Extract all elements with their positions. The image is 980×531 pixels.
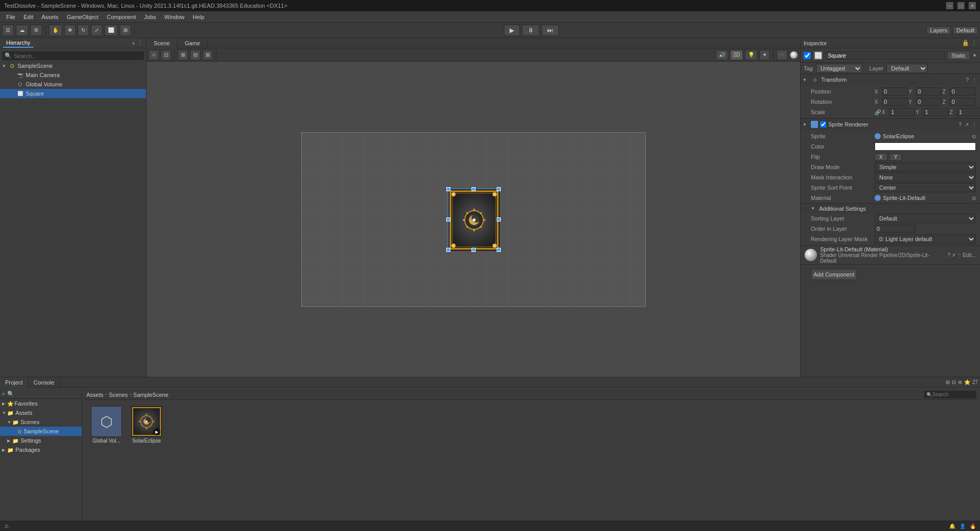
- static-dropdown-arrow[interactable]: ▼: [972, 53, 977, 58]
- material-link-icon[interactable]: ⊙: [972, 195, 976, 201]
- minimize-button[interactable]: ─: [946, 2, 953, 9]
- transform-help-btn[interactable]: ?: [965, 77, 970, 83]
- game-tab[interactable]: Game: [177, 38, 208, 48]
- rotation-y-input[interactable]: [916, 98, 941, 106]
- inspector-menu-btn[interactable]: ⋮: [971, 40, 977, 46]
- project-tab[interactable]: Project: [0, 377, 28, 388]
- assets-search-input[interactable]: [932, 392, 973, 397]
- hierarchy-item-samplescene[interactable]: ▼ ⊙ SampleScene: [0, 61, 146, 70]
- layers-dropdown[interactable]: Layers: [927, 26, 951, 34]
- layer-select[interactable]: Default: [886, 64, 928, 73]
- tree-packages[interactable]: ▶ 📁 Packages: [0, 445, 82, 454]
- edit-shader-btn[interactable]: Edit...: [963, 252, 976, 258]
- scene-tab[interactable]: Scene: [147, 38, 177, 48]
- rotation-z-input[interactable]: [950, 98, 975, 106]
- sprite-renderer-header[interactable]: ▼ Sprite Renderer ? ↗ ⋮: [801, 119, 980, 130]
- console-tab[interactable]: Console: [28, 377, 60, 388]
- close-button[interactable]: ✕: [969, 2, 976, 9]
- sprite-renderer-extra-btn[interactable]: ↗: [964, 122, 970, 127]
- tree-settings[interactable]: ▶ 📁 Settings: [0, 436, 82, 445]
- order-in-layer-input[interactable]: [875, 225, 916, 233]
- bottom-icon1[interactable]: ⊞: [946, 379, 950, 385]
- hierarchy-item-maincamera[interactable]: 📷 Main Camera: [0, 70, 146, 80]
- material-help-btn[interactable]: ?: [948, 252, 951, 258]
- asset-global-volume[interactable]: ⬡ Global Vol...: [88, 404, 124, 446]
- handle-bottom-mid[interactable]: [471, 248, 476, 252]
- position-z-input[interactable]: [950, 87, 975, 96]
- add-component-button[interactable]: Add Component: [811, 269, 857, 280]
- breadcrumb-scenes[interactable]: Scenes: [109, 392, 128, 398]
- breadcrumb-samplescene[interactable]: SampleScene: [133, 392, 169, 398]
- default-dropdown[interactable]: Default: [953, 26, 978, 34]
- static-button[interactable]: Static: [947, 51, 971, 60]
- scene-2d-btn[interactable]: 2D: [730, 50, 743, 60]
- menu-help[interactable]: Help: [189, 13, 209, 21]
- asset-solareclipse[interactable]: ▶ SolarEclipse: [129, 404, 165, 446]
- hierarchy-search-input[interactable]: [14, 53, 141, 59]
- toolbar-rotate-tool[interactable]: ↻: [78, 25, 89, 36]
- handle-top-left[interactable]: [446, 187, 450, 191]
- scene-light-btn[interactable]: 💡: [745, 50, 757, 60]
- hierarchy-tab[interactable]: Hierarchy: [3, 39, 33, 48]
- scene-audio-btn[interactable]: 🔊: [716, 50, 728, 60]
- menu-gameobject[interactable]: GameObject: [63, 13, 103, 21]
- menu-component[interactable]: Component: [102, 13, 140, 21]
- handle-bottom-right[interactable]: [497, 248, 501, 252]
- hierarchy-add-btn[interactable]: +: [132, 40, 135, 46]
- tree-samplescene[interactable]: ⊙ SampleScene: [0, 427, 82, 436]
- material-menu-btn[interactable]: ⋮: [956, 252, 961, 258]
- scale-z-input[interactable]: [957, 108, 980, 116]
- toolbar-transform-tool[interactable]: ⊞: [120, 25, 131, 36]
- bottom-star-btn[interactable]: ⭐: [964, 379, 970, 385]
- handle-top-right[interactable]: [497, 187, 501, 191]
- toolbar-hand-tool[interactable]: ✋: [49, 25, 62, 36]
- object-name-input[interactable]: [825, 51, 945, 60]
- transform-header[interactable]: ▼ ⊹ Transform ? ⋮: [801, 74, 980, 85]
- add-asset-btn[interactable]: +: [2, 391, 5, 397]
- scene-layout-btn[interactable]: ⊞: [178, 50, 188, 60]
- tree-assets[interactable]: ▼ 📁 Assets: [0, 408, 82, 417]
- scale-x-input[interactable]: [889, 108, 915, 116]
- hierarchy-menu-btn[interactable]: ⋮: [137, 40, 143, 46]
- flip-x-button[interactable]: X: [875, 153, 887, 161]
- toolbar-move-tool[interactable]: ✥: [64, 25, 76, 36]
- scene-snap-btn[interactable]: ⊟: [190, 50, 201, 60]
- sprite-renderer-settings-btn[interactable]: ⋮: [971, 122, 978, 127]
- position-y-input[interactable]: [916, 87, 941, 96]
- sorting-layer-select[interactable]: Default: [875, 214, 976, 223]
- hierarchy-item-globalvolume[interactable]: ⬡ Global Volume: [0, 80, 146, 89]
- pause-button[interactable]: ⏸: [522, 25, 539, 36]
- bottom-icon3[interactable]: ⊕: [958, 379, 962, 385]
- transform-settings-btn[interactable]: ⋮: [971, 77, 978, 83]
- sprite-link-icon[interactable]: ⊙: [972, 134, 976, 139]
- mask-interaction-select[interactable]: None: [875, 173, 976, 182]
- toolbar-account-btn[interactable]: ☰: [2, 25, 14, 36]
- play-button[interactable]: ▶: [504, 25, 520, 36]
- scale-y-input[interactable]: [923, 108, 949, 116]
- breadcrumb-assets[interactable]: Assets: [86, 392, 103, 398]
- sprite-renderer-checkbox[interactable]: [820, 121, 826, 127]
- draw-mode-select[interactable]: Simple: [875, 162, 976, 172]
- toolbar-scale-tool[interactable]: ⤢: [91, 25, 102, 36]
- flip-y-button[interactable]: Y: [890, 153, 902, 161]
- scene-pivot-btn[interactable]: ⊡: [161, 50, 171, 60]
- menu-jobs[interactable]: Jobs: [140, 13, 160, 21]
- tree-favorites[interactable]: ▶ ⭐ Favorites: [0, 399, 82, 408]
- toolbar-rect-tool[interactable]: ⬜: [104, 25, 118, 36]
- menu-edit[interactable]: Edit: [20, 13, 38, 21]
- rendering-layer-mask-select[interactable]: 0: Light Layer default: [875, 234, 976, 244]
- maximize-button[interactable]: □: [957, 2, 965, 9]
- sprite-renderer-help-btn[interactable]: ?: [957, 122, 963, 127]
- toolbar-search-btn[interactable]: ⚙: [30, 25, 42, 36]
- tag-select[interactable]: Untagged: [816, 64, 862, 73]
- toolbar-cloud-btn[interactable]: ☁: [16, 25, 28, 36]
- inspector-lock-btn[interactable]: 🔒: [962, 40, 969, 46]
- hierarchy-item-square[interactable]: ⬜ Square: [0, 89, 146, 98]
- menu-file[interactable]: File: [2, 13, 20, 21]
- rotation-x-input[interactable]: [882, 98, 908, 106]
- menu-assets[interactable]: Assets: [38, 13, 63, 21]
- step-button[interactable]: ⏭: [541, 25, 559, 36]
- scene-view[interactable]: [147, 62, 800, 377]
- scene-fx-btn[interactable]: ✦: [759, 50, 770, 60]
- scene-grid-btn[interactable]: ⊞: [203, 50, 213, 60]
